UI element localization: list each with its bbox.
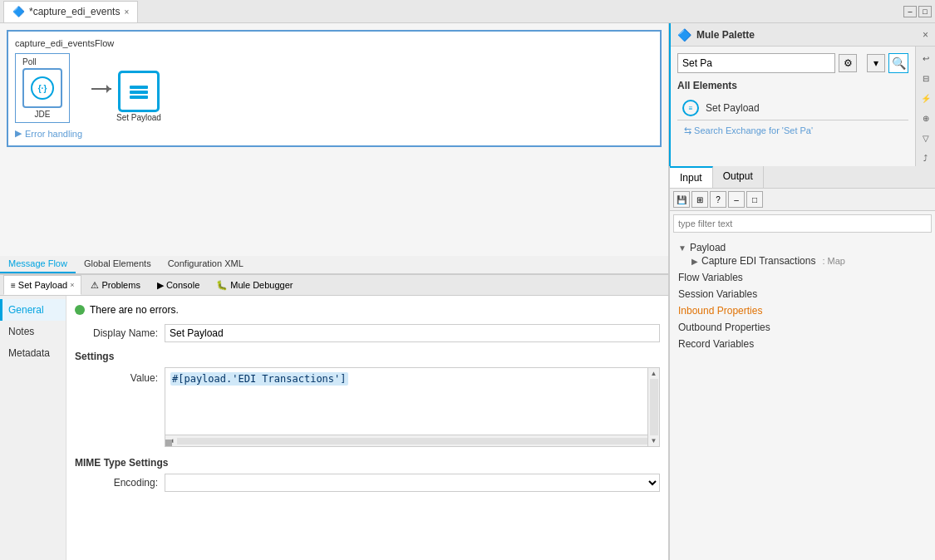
palette-gear-button[interactable]: ⚙ bbox=[839, 54, 857, 72]
tab-console-label: Console bbox=[166, 280, 199, 290]
exchange-link-anchor[interactable]: Search Exchange for 'Set Pa' bbox=[694, 125, 813, 135]
jde-icon-box: {·} bbox=[22, 68, 62, 108]
props-toolbar-min-btn[interactable]: – bbox=[728, 191, 745, 208]
palette-side-btn-4[interactable]: ⊕ bbox=[918, 110, 934, 126]
props-toolbar-save-btn[interactable]: 💾 bbox=[673, 191, 690, 208]
palette-side-btn-1[interactable]: ↩ bbox=[918, 50, 934, 66]
tree-item-flow-variables[interactable]: Flow Variables bbox=[677, 269, 928, 286]
mule-palette: 🔷 Mule Palette × ⚙ ▾ 🔍 All Element bbox=[669, 23, 935, 166]
tab-problems[interactable]: ⚠ Problems bbox=[83, 275, 147, 295]
scrollbar-down-btn[interactable]: ▼ bbox=[649, 435, 659, 446]
value-scrollbar: ▲ ▼ bbox=[647, 368, 659, 446]
display-name-input[interactable] bbox=[165, 324, 660, 342]
tree-row-flow-variables: Flow Variables bbox=[677, 271, 928, 284]
hscroll-track bbox=[177, 438, 647, 445]
error-handling-label: Error handling bbox=[25, 129, 82, 139]
editor-tab-label: *capture_edi_events bbox=[29, 6, 120, 17]
value-editor-content[interactable]: #[payload.'EDI Transactions'] bbox=[165, 368, 659, 435]
right-column: 🔷 Mule Palette × ⚙ ▾ 🔍 All Element bbox=[669, 23, 935, 560]
value-editor[interactable]: #[payload.'EDI Transactions'] ▲ ▼ ◄ bbox=[165, 367, 660, 447]
palette-close-btn[interactable]: × bbox=[923, 29, 928, 41]
error-handling-arrow: ▶ bbox=[15, 128, 22, 139]
props-toolbar-columns-btn[interactable]: ⊞ bbox=[691, 191, 708, 208]
tree-item-session-variables[interactable]: Session Variables bbox=[677, 286, 928, 302]
tree-item-inbound-properties[interactable]: Inbound Properties bbox=[677, 302, 928, 319]
mime-section: MIME Type Settings Encoding: bbox=[75, 457, 660, 492]
nav-tab-message-flow[interactable]: Message Flow bbox=[0, 256, 76, 273]
tab-problems-icon: ⚠ bbox=[91, 280, 99, 291]
palette-header-icon: 🔷 bbox=[677, 28, 691, 42]
set-payload-icon-box bbox=[119, 71, 159, 111]
flow-row: {·} JDE bbox=[22, 68, 62, 119]
left-panel: capture_edi_eventsFlow Poll {·} JDE bbox=[0, 23, 669, 560]
tree-item-payload[interactable]: ▼ Payload ▶ Capture EDI Transactions : M… bbox=[677, 239, 928, 269]
nav-tab-config-xml[interactable]: Configuration XML bbox=[160, 256, 252, 273]
tree-item-record-variables[interactable]: Record Variables bbox=[677, 336, 928, 352]
tab-setpayload-close[interactable]: × bbox=[70, 281, 74, 289]
tab-set-payload[interactable]: ≡ Set Payload × bbox=[3, 275, 81, 295]
nav-tabs: Message Flow Global Elements Configurati… bbox=[0, 256, 668, 274]
props-toolbar-help-btn[interactable]: ? bbox=[710, 191, 726, 208]
canvas-area: capture_edi_eventsFlow Poll {·} JDE bbox=[0, 23, 668, 256]
palette-search-row: ⚙ ▾ 🔍 bbox=[677, 53, 908, 73]
props-tab-output[interactable]: Output bbox=[713, 166, 764, 188]
top-tabbar: 🔷 *capture_edi_events × – □ bbox=[0, 0, 935, 23]
config-main-area: There are no errors. Display Name: Setti… bbox=[66, 296, 668, 560]
settings-section: Settings Value: #[payload.'EDI Transacti… bbox=[75, 351, 660, 447]
main-editor-tab[interactable]: 🔷 *capture_edi_events × bbox=[3, 1, 138, 22]
error-handling[interactable]: ▶ Error handling bbox=[15, 128, 653, 139]
props-tab-input[interactable]: Input bbox=[670, 166, 713, 188]
tree-row-session-variables: Session Variables bbox=[677, 287, 928, 301]
tree-item-outbound-properties[interactable]: Outbound Properties bbox=[677, 319, 928, 336]
capture-edi-type: : Map bbox=[822, 256, 845, 266]
value-editor-container: #[payload.'EDI Transactions'] ▲ ▼ ◄ bbox=[165, 367, 660, 447]
tree-row-capture-edi[interactable]: ▶ Capture EDI Transactions : Map bbox=[690, 254, 928, 268]
tree-row-record-variables: Record Variables bbox=[677, 337, 928, 351]
encoding-select[interactable] bbox=[165, 474, 660, 492]
tab-debugger-icon: 🐛 bbox=[216, 280, 228, 291]
tree-row-payload: ▼ Payload bbox=[677, 241, 928, 254]
palette-sidebar: ↩ ⊟ ⚡ ⊕ ▽ ⤴ bbox=[915, 47, 935, 166]
palette-side-btn-2[interactable]: ⊟ bbox=[918, 70, 934, 86]
palette-dropdown-button[interactable]: ▾ bbox=[867, 54, 885, 72]
set-payload-component[interactable]: Set Payload bbox=[116, 71, 161, 122]
nav-tab-global-elements[interactable]: Global Elements bbox=[76, 256, 160, 273]
palette-search-input[interactable] bbox=[677, 53, 835, 73]
palette-item-set-payload[interactable]: ≡ Set Payload bbox=[677, 96, 908, 120]
tab-mule-debugger[interactable]: 🐛 Mule Debugger bbox=[209, 275, 300, 295]
tab-console[interactable]: ▶ Console bbox=[150, 275, 207, 295]
flow-variables-label: Flow Variables bbox=[678, 272, 743, 283]
jde-label: JDE bbox=[35, 110, 51, 119]
value-label: Value: bbox=[75, 367, 158, 384]
palette-side-btn-5[interactable]: ▽ bbox=[918, 130, 934, 146]
props-filter-input[interactable] bbox=[673, 214, 932, 233]
value-row: Value: #[payload.'EDI Transactions'] ▲ ▼ bbox=[75, 367, 660, 447]
main-layout: capture_edi_eventsFlow Poll {·} JDE bbox=[0, 23, 935, 560]
properties-panel: Input Output 💾 ⊞ ? – □ bbox=[669, 166, 935, 560]
win-restore-button[interactable]: □ bbox=[918, 6, 932, 17]
value-code: #[payload.'EDI Transactions'] bbox=[170, 372, 348, 386]
outbound-properties-label: Outbound Properties bbox=[678, 322, 770, 333]
jde-component[interactable]: {·} JDE bbox=[22, 68, 62, 119]
set-payload-label: Set Payload bbox=[116, 113, 161, 122]
sidebar-item-notes[interactable]: Notes bbox=[0, 321, 66, 342]
scrollbar-up-btn[interactable]: ▲ bbox=[649, 368, 659, 379]
display-name-row: Display Name: bbox=[75, 324, 660, 342]
win-min-button[interactable]: – bbox=[903, 6, 917, 17]
tab-setpayload-label: Set Payload bbox=[18, 280, 67, 290]
payload-expand-icon[interactable]: ▼ bbox=[678, 243, 686, 253]
svg-text:{·}: {·} bbox=[38, 84, 47, 93]
encoding-label: Encoding: bbox=[75, 477, 158, 489]
display-name-label: Display Name: bbox=[75, 327, 158, 339]
props-toolbar-max-btn[interactable]: □ bbox=[746, 191, 763, 208]
set-payload-component-box[interactable]: Set Payload bbox=[116, 71, 161, 122]
editor-tab-close[interactable]: × bbox=[124, 7, 129, 17]
capture-edi-expand-icon[interactable]: ▶ bbox=[691, 257, 698, 266]
palette-side-btn-3[interactable]: ⚡ bbox=[918, 90, 934, 106]
mule-icon: 🔷 bbox=[12, 6, 25, 17]
resize-handle[interactable] bbox=[165, 440, 172, 446]
sidebar-item-general[interactable]: General bbox=[0, 299, 66, 321]
palette-side-btn-6[interactable]: ⤴ bbox=[918, 150, 934, 166]
palette-search-icon-btn[interactable]: 🔍 bbox=[888, 53, 908, 73]
sidebar-item-metadata[interactable]: Metadata bbox=[0, 342, 66, 364]
